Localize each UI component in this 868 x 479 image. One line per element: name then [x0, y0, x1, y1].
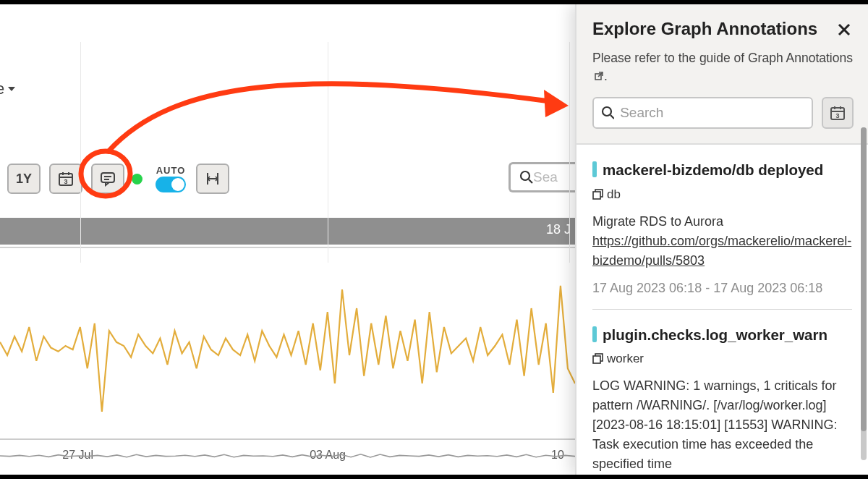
dropdown-stub[interactable]: e: [0, 80, 16, 98]
svg-line-16: [598, 72, 603, 77]
annotations-button[interactable]: [91, 164, 124, 194]
drawer-header: Explore Graph Annotations Please refer t…: [576, 4, 868, 145]
calendar-button[interactable]: 3: [49, 164, 82, 194]
annotation-link[interactable]: https://github.com/orgs/mackerelio/macke…: [592, 234, 851, 268]
date-filter-button[interactable]: 3: [822, 97, 854, 129]
annotations-drawer: Explore Graph Annotations Please refer t…: [575, 4, 868, 475]
annotations-search-input[interactable]: [620, 105, 804, 121]
speech-bubble-icon: [100, 171, 116, 187]
status-dot: [132, 174, 142, 185]
close-button[interactable]: [835, 20, 854, 39]
scrollbar-thumb[interactable]: [861, 127, 867, 431]
calendar-icon: 3: [58, 171, 74, 187]
full-range-button[interactable]: [196, 164, 229, 194]
auto-refresh-group: AUTO: [156, 166, 186, 192]
svg-point-11: [521, 171, 529, 180]
chevron-down-icon: [7, 85, 16, 93]
svg-rect-5: [101, 173, 114, 182]
drawer-title: Explore Graph Annotations: [592, 19, 854, 39]
svg-line-18: [610, 115, 614, 119]
external-link-icon: [594, 68, 604, 86]
annotation-item[interactable]: plugin.checks.log_worker_warn worker LOG…: [592, 310, 852, 475]
svg-point-17: [603, 107, 611, 116]
layers-icon: [592, 189, 604, 200]
search-icon: [519, 170, 533, 185]
layers-icon: [592, 353, 604, 365]
svg-line-12: [529, 179, 532, 183]
graph-search-input[interactable]: [533, 169, 566, 185]
annotation-time: 17 Aug 2023 06:18 - 17 Aug 2023 06:18: [592, 281, 852, 296]
svg-text:3: 3: [835, 112, 839, 119]
toolbar: 1Y 3 AUTO: [0, 162, 575, 195]
svg-rect-25: [593, 192, 600, 199]
annotation-item[interactable]: mackerel-bizdemo/db deployed db Migrate …: [592, 145, 852, 310]
svg-text:3: 3: [64, 178, 68, 185]
annotation-service: db: [592, 187, 852, 202]
auto-refresh-toggle[interactable]: [156, 177, 186, 192]
mini-chart[interactable]: [0, 446, 575, 466]
drawer-body: mackerel-bizdemo/db deployed db Migrate …: [576, 145, 868, 475]
date-range-strip: 18 J: [0, 218, 575, 245]
annotation-description: Migrate RDS to Aurora https://github.com…: [592, 212, 852, 271]
auto-label: AUTO: [156, 166, 186, 175]
calendar-icon: 3: [830, 105, 846, 121]
svg-rect-27: [593, 356, 600, 363]
annotation-title: plugin.checks.log_worker_warn: [592, 326, 852, 345]
close-icon: [838, 23, 851, 36]
range-label: 1Y: [16, 171, 32, 187]
annotation-service: worker: [592, 352, 852, 366]
line-chart[interactable]: [0, 252, 575, 440]
main-area: e 1Y 3 AUTO: [0, 4, 575, 475]
drawer-subtitle: Please refer to the guide of Graph Annot…: [592, 49, 854, 85]
search-icon: [601, 106, 614, 120]
range-1y-button[interactable]: 1Y: [7, 164, 41, 194]
annotation-description: LOG WARNING: 1 warnings, 1 criticals for…: [592, 376, 852, 474]
annotation-title: mackerel-bizdemo/db deployed: [592, 161, 852, 180]
strip-right-date: 18 J: [546, 222, 571, 237]
graph-search[interactable]: [509, 162, 575, 192]
timeline-icon: [205, 171, 221, 187]
annotations-search[interactable]: [592, 97, 813, 129]
scrollbar[interactable]: [861, 127, 867, 460]
chart-zone: 27 Jul03 Aug10: [0, 245, 575, 460]
